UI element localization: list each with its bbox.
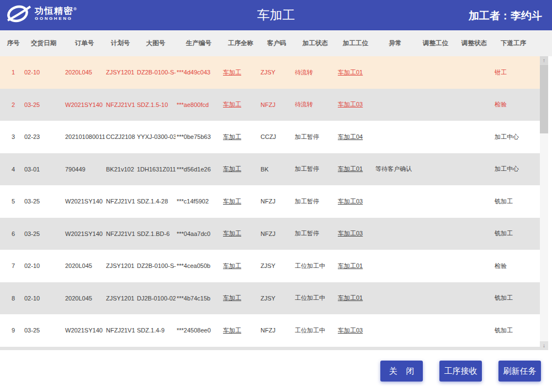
- table-cell: ***ae800fcd: [176, 101, 222, 108]
- column-header: 序号: [3, 39, 23, 47]
- table-cell-link[interactable]: 车加工: [222, 100, 259, 109]
- table-cell: 等待客户确认: [374, 165, 416, 173]
- table-cell: 铣加工: [493, 229, 533, 238]
- table-row[interactable]: 702-102020L045ZJSY1201DZ2B-0100-S-N.1***…: [0, 250, 540, 282]
- table-cell: 铣加工: [493, 294, 533, 302]
- table-cell: SDZ.1.BD-6: [136, 230, 176, 237]
- lathe-processing-window: 功恒精密® GONGHENG 车加工 加工者：李约斗 序号交货日期订单号计划号大…: [0, 0, 552, 392]
- table-cell-link[interactable]: 车加工: [222, 197, 259, 206]
- app-header: 功恒精密® GONGHENG 车加工 加工者：李约斗: [0, 0, 552, 30]
- table-cell: 790449: [64, 166, 105, 173]
- table-cell: 02-10: [23, 262, 64, 269]
- scroll-up-button[interactable]: ↑: [540, 56, 548, 65]
- table-cell: W2021SY140: [64, 230, 105, 237]
- table-cell-link[interactable]: 车加工01: [337, 165, 374, 173]
- vertical-scrollbar[interactable]: ↑ ↓: [540, 56, 548, 350]
- process-accept-button[interactable]: 工序接收: [439, 361, 482, 382]
- table-header-row: 序号交货日期订单号计划号大图号生产编号工序全称客户码加工状态加工工位异常调整工位…: [0, 30, 552, 56]
- table-cell: NFZJ: [259, 327, 294, 334]
- table-row[interactable]: 903-25W2021SY140NFZJ21V1SDZ.1.4-9***2450…: [0, 314, 540, 347]
- table-cell: NFZJ21V1: [105, 101, 136, 108]
- table-cell-link[interactable]: 车加工: [222, 229, 259, 238]
- scrollbar-thumb[interactable]: [540, 65, 548, 133]
- table-cell: ***0be75b63: [176, 133, 222, 140]
- scroll-down-button[interactable]: ↓: [540, 341, 548, 350]
- table-cell: 加工暂停: [294, 133, 337, 141]
- table-cell: 1: [3, 69, 23, 76]
- table-cell: NFZJ21V1: [105, 327, 136, 334]
- table-cell: 03-01: [23, 166, 64, 173]
- table-cell: SDZ.1.4-9: [136, 327, 176, 334]
- table-cell-link[interactable]: 车加工01: [337, 68, 374, 77]
- table-cell: W2021SY140: [64, 327, 105, 334]
- table-cell-link[interactable]: 车加工: [222, 165, 259, 173]
- table-cell: ***24508ee0: [176, 327, 222, 334]
- table-cell: DZ2B-0100-S-N.1: [136, 262, 176, 269]
- table-cell-link[interactable]: 车加工: [222, 68, 259, 77]
- table-cell-link[interactable]: 车加工01: [337, 294, 374, 302]
- table-cell: 03-25: [23, 327, 64, 334]
- table-cell: 2020L045: [64, 69, 105, 76]
- table-cell: 加工暂停: [294, 197, 337, 206]
- table-cell: NFZJ: [259, 198, 294, 205]
- table-cell: CCZJ: [259, 133, 294, 140]
- table-cell-link[interactable]: 车加工: [222, 133, 259, 141]
- table-cell: 6: [3, 230, 23, 237]
- table-cell: 铣加工: [493, 326, 533, 335]
- table-row[interactable]: 203-25W2021SY140NFZJ21V1SDZ.1.5-10***ae8…: [0, 89, 540, 121]
- table-cell: ZJSY1201: [105, 295, 136, 302]
- table-cell: ZJSY: [259, 262, 294, 269]
- table-cell-link[interactable]: 车加工03: [337, 100, 374, 109]
- table-cell: ZJSY: [259, 295, 294, 302]
- table-cell: 7: [3, 262, 23, 269]
- table-cell: SDZ.1.5-10: [136, 101, 176, 108]
- column-header: 工序全称: [222, 39, 259, 47]
- table-cell: 03-25: [23, 101, 64, 108]
- refresh-tasks-button[interactable]: 刷新任务: [498, 361, 541, 382]
- table-cell: 加工暂停: [294, 229, 337, 238]
- table-cell-link[interactable]: 车加工01: [337, 262, 374, 270]
- table-cell: 02-23: [23, 133, 64, 140]
- table-cell-link[interactable]: 车加工03: [337, 197, 374, 206]
- table-cell-link[interactable]: 车加工: [222, 262, 259, 270]
- column-header: 加工工位: [337, 39, 374, 47]
- column-header: 客户码: [259, 39, 294, 47]
- table-cell: 02-10: [23, 69, 64, 76]
- table-row[interactable]: 302-23202101080011CCZJ2108YYXJ-0300-03**…: [0, 121, 540, 153]
- table-row[interactable]: 503-25W2021SY140NFZJ21V1SDZ.1.4-28***c14…: [0, 185, 540, 218]
- column-header: 下道工序: [493, 39, 533, 47]
- table-cell: 5: [3, 198, 23, 205]
- column-header: 加工状态: [294, 39, 337, 47]
- table-cell: 加工中心: [493, 133, 533, 141]
- table-cell: 加工中心: [493, 165, 533, 173]
- close-button[interactable]: 关 闭: [380, 361, 423, 382]
- table-cell: 检验: [493, 100, 533, 109]
- column-header: 生产编号: [176, 39, 222, 47]
- table-cell: CCZJ2108: [105, 133, 136, 140]
- table-cell: 2020L045: [64, 262, 105, 269]
- table-cell: BK: [259, 166, 294, 173]
- table-cell: 工位加工中: [294, 326, 337, 335]
- table-cell: 工位加工中: [294, 262, 337, 270]
- table-cell: 03-25: [23, 198, 64, 205]
- table-cell: DZ2B-0100-S-N-: [136, 69, 176, 76]
- table-row[interactable]: 603-25W2021SY140NFZJ21V1SDZ.1.BD-6***04a…: [0, 218, 540, 250]
- table-cell-link[interactable]: 车加工03: [337, 229, 374, 238]
- table-cell-link[interactable]: 车加工04: [337, 133, 374, 141]
- table-row[interactable]: 403-01790449BK21v1021DH1631Z011***d56d1e…: [0, 153, 540, 186]
- table-cell: 铣加工: [493, 197, 533, 206]
- table-cell: ZJSY1201: [105, 262, 136, 269]
- table-row[interactable]: 802-102020L045ZJSY1201DJ2B-0100-02-03***…: [0, 282, 540, 315]
- table-cell: ZJSY1201: [105, 69, 136, 76]
- table-cell: 钳工: [493, 68, 533, 77]
- table-cell: W2021SY140: [64, 198, 105, 205]
- table-cell: 4: [3, 166, 23, 173]
- table-cell: NFZJ: [259, 101, 294, 108]
- table-cell-link[interactable]: 车加工: [222, 294, 259, 302]
- table-cell: ***4b74c15b: [176, 295, 222, 302]
- table-body: 102-102020L045ZJSY1201DZ2B-0100-S-N-***4…: [0, 56, 552, 347]
- table-viewport: 102-102020L045ZJSY1201DZ2B-0100-S-N-***4…: [0, 56, 552, 350]
- table-cell-link[interactable]: 车加工: [222, 326, 259, 335]
- table-row[interactable]: 102-102020L045ZJSY1201DZ2B-0100-S-N-***4…: [0, 56, 540, 89]
- table-cell-link[interactable]: 车加工03: [337, 326, 374, 335]
